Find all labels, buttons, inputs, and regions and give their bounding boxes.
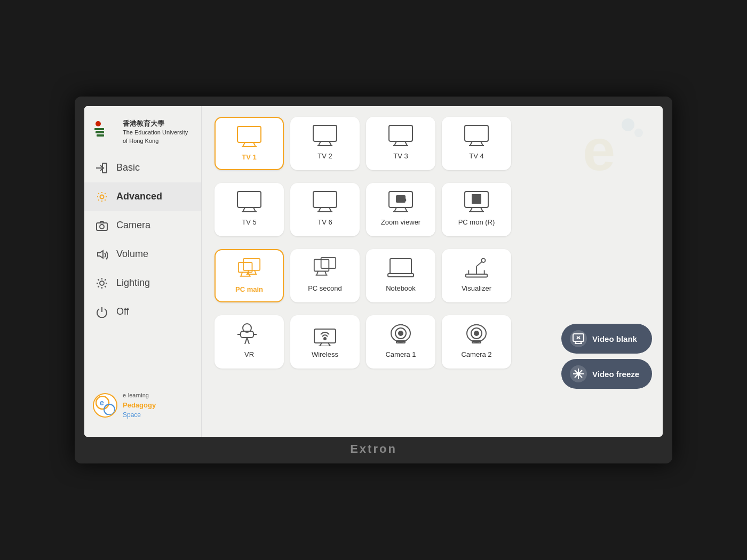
device-row-2: TV 5 TV 6 [214, 183, 652, 236]
btn-label-pcsecond: PC second [308, 284, 342, 292]
svg-line-38 [470, 141, 472, 146]
elearning-badge: e e-learning Pedagogy Space [84, 382, 201, 428]
svg-rect-2 [96, 131, 104, 133]
logo-line1: The Education University [123, 129, 188, 137]
sidebar-item-basic[interactable]: Basic [84, 154, 201, 182]
video-blank-button[interactable]: Video blank [561, 324, 652, 354]
btn-label-pcmain: PC main [235, 285, 263, 293]
svg-line-57 [481, 207, 483, 212]
svg-point-116 [577, 373, 580, 375]
logo-line2: of Hong Kong [123, 137, 188, 145]
svg-rect-29 [313, 125, 337, 141]
side-actions: Video blank Video freeze [561, 324, 652, 389]
svg-point-21 [104, 404, 115, 415]
device-btn-camera2[interactable]: Camera 2 [442, 315, 511, 369]
svg-line-68 [241, 273, 242, 276]
sidebar-item-off[interactable]: Off [84, 298, 201, 326]
sidebar-label-advanced: Advanced [116, 191, 162, 202]
svg-point-104 [474, 331, 479, 335]
gear-icon [95, 190, 109, 204]
btn-label-zoom: Zoom viewer [381, 218, 420, 226]
device-btn-camera1[interactable]: Camera 1 [366, 315, 435, 369]
device-btn-vr[interactable]: VR [214, 315, 284, 369]
svg-rect-33 [389, 125, 412, 141]
device-btn-tv2[interactable]: TV 2 [290, 117, 360, 170]
elearning-line2: Pedagogy [123, 400, 156, 411]
svg-point-8 [100, 225, 104, 229]
svg-marker-9 [98, 251, 103, 258]
svg-rect-3 [97, 134, 104, 137]
svg-rect-62 [477, 199, 481, 203]
svg-point-0 [96, 121, 101, 126]
video-blank-label: Video blank [592, 334, 637, 343]
device-btn-visualizer[interactable]: Visualizer [442, 249, 511, 302]
snowflake-icon [570, 365, 587, 382]
svg-line-16 [105, 286, 106, 287]
device-btn-notebook[interactable]: Notebook [366, 249, 435, 302]
svg-rect-61 [472, 199, 476, 203]
device-btn-tv1[interactable]: TV 1 [214, 117, 284, 170]
svg-rect-60 [477, 195, 481, 198]
elearning-circle-icon: e [93, 393, 117, 418]
btn-label-camera1: Camera 1 [385, 350, 416, 358]
device-btn-wireless[interactable]: Wireless [290, 315, 360, 369]
btn-label-pcmon: PC mon (R) [458, 218, 495, 226]
svg-rect-37 [465, 125, 488, 141]
svg-text:e: e [100, 398, 104, 407]
device-btn-tv6[interactable]: TV 6 [290, 183, 360, 236]
elearning-text: e-learning Pedagogy Space [123, 391, 156, 420]
svg-line-27 [253, 142, 256, 147]
device-btn-pcmon[interactable]: PC mon (R) [442, 183, 511, 236]
video-freeze-button[interactable]: Video freeze [561, 359, 652, 389]
watermark: e [577, 111, 652, 175]
btn-label-vr: VR [244, 350, 254, 358]
svg-rect-45 [313, 191, 337, 207]
brand-label: Extron [350, 442, 397, 456]
svg-rect-59 [472, 195, 476, 198]
device-btn-tv5[interactable]: TV 5 [214, 183, 284, 236]
svg-line-43 [253, 207, 256, 212]
svg-point-22 [622, 118, 634, 131]
svg-point-95 [324, 338, 326, 340]
svg-rect-91 [314, 329, 336, 343]
device-btn-pcmain[interactable]: PC main [214, 249, 284, 302]
svg-rect-76 [390, 259, 411, 274]
main-content: e TV 1 [202, 106, 663, 437]
btn-label-tv6: TV 6 [317, 218, 332, 226]
svg-line-34 [394, 141, 396, 146]
btn-label-camera2: Camera 2 [461, 350, 491, 358]
svg-point-82 [481, 259, 485, 262]
sidebar-label-off: Off [116, 306, 129, 317]
svg-line-30 [319, 141, 321, 146]
sidebar-label-basic: Basic [116, 162, 140, 173]
sidebar-item-volume[interactable]: Volume [84, 240, 201, 269]
logo-title: 香港教育大學 [123, 119, 188, 129]
university-logo-icon [93, 119, 117, 144]
sidebar-item-advanced[interactable]: Advanced [84, 182, 201, 211]
elearning-line3: Space [123, 410, 156, 420]
elearning-line1: e-learning [123, 391, 156, 400]
svg-point-99 [399, 331, 403, 335]
device-btn-tv3[interactable]: TV 3 [366, 117, 435, 170]
svg-line-18 [98, 286, 99, 287]
svg-rect-41 [237, 191, 261, 207]
svg-text:zoom: zoom [398, 198, 406, 201]
svg-rect-63 [243, 259, 260, 270]
svg-line-81 [476, 261, 482, 266]
svg-line-51 [405, 207, 407, 212]
device-screen: 香港教育大學 The Education University of Hong … [84, 106, 663, 437]
monitor-x-icon [570, 330, 587, 347]
svg-line-56 [470, 207, 472, 212]
svg-point-10 [100, 281, 104, 285]
device-btn-pcsecond[interactable]: PC second [290, 249, 360, 302]
sidebar-item-lighting[interactable]: Lighting [84, 269, 201, 298]
svg-rect-78 [388, 274, 414, 277]
power-icon [95, 305, 109, 319]
svg-line-69 [248, 273, 250, 276]
svg-line-46 [319, 207, 321, 212]
device-btn-tv4[interactable]: TV 4 [442, 117, 511, 170]
sidebar-item-camera[interactable]: Camera [84, 211, 201, 240]
device-btn-zoom[interactable]: zoom Zoom viewer [366, 183, 435, 236]
btn-label-tv5: TV 5 [242, 218, 256, 226]
sun-icon [95, 276, 109, 290]
